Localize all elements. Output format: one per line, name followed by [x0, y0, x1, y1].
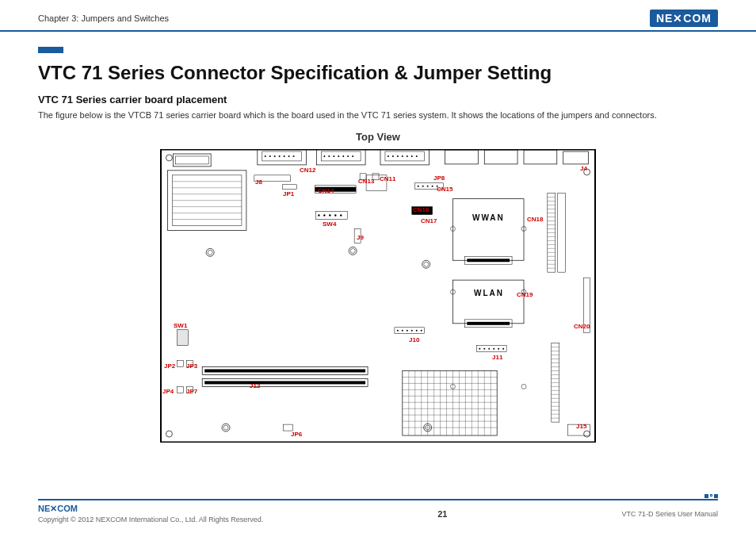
svg-point-69 [422, 186, 424, 187]
svg-point-36 [584, 431, 590, 437]
svg-point-132 [402, 330, 403, 332]
logo-top: NE✕COM [650, 10, 718, 27]
label-jp8: JP8 [433, 174, 445, 182]
svg-point-135 [416, 330, 418, 332]
svg-rect-108 [558, 194, 566, 272]
label-cn12: CN12 [300, 167, 315, 174]
svg-point-26 [402, 155, 403, 157]
subtitle: VTC 71 Series carrier board placement [38, 94, 718, 105]
svg-rect-84 [467, 259, 510, 262]
label-cn14: CN14 [318, 187, 334, 194]
svg-point-143 [502, 348, 504, 350]
svg-point-15 [328, 155, 330, 157]
svg-point-139 [483, 348, 485, 350]
page-footer: NE✕COM Copyright © 2012 NEXCOM Internati… [38, 499, 718, 523]
label-sw4: SW4 [323, 220, 336, 228]
svg-point-28 [411, 155, 413, 157]
label-cn20: CN20 [574, 323, 590, 330]
svg-point-20 [352, 155, 353, 157]
main-title: VTC 71 Series Connector Specification & … [38, 62, 718, 84]
svg-point-19 [347, 155, 349, 157]
svg-point-11 [293, 155, 295, 157]
svg-point-8 [279, 155, 281, 157]
svg-point-41 [350, 248, 355, 253]
svg-point-17 [338, 155, 339, 157]
svg-rect-21 [380, 150, 430, 165]
svg-point-44 [222, 424, 230, 431]
label-j8: J8 [255, 178, 262, 186]
svg-point-42 [422, 260, 430, 268]
svg-point-71 [432, 186, 433, 187]
svg-point-40 [349, 247, 357, 255]
board-diagram: CN12 J8 JP1 CN13 CN11 CN14 JP8 J4 CN15 C… [160, 149, 596, 443]
svg-point-10 [288, 155, 290, 157]
label-wwan: WWAN [472, 213, 505, 222]
svg-point-6 [269, 155, 271, 157]
label-cn16: CN16 [413, 206, 429, 213]
svg-point-14 [323, 155, 325, 157]
svg-point-25 [397, 155, 399, 157]
svg-rect-87 [467, 322, 510, 325]
svg-point-70 [427, 186, 429, 187]
label-jp4: JP4 [162, 388, 174, 395]
svg-rect-33 [563, 151, 589, 164]
label-cn11: CN11 [380, 175, 395, 182]
svg-point-27 [407, 155, 408, 157]
svg-point-49 [521, 384, 526, 389]
label-sw1: SW1 [174, 322, 187, 329]
label-jp7: JP7 [186, 388, 197, 395]
footer-right: VTC 71-D Series User Manual [621, 510, 718, 518]
svg-point-5 [265, 155, 266, 157]
svg-point-7 [274, 155, 276, 157]
svg-rect-180 [283, 185, 297, 190]
chapter-title: Chapter 3: Jumpers and Switches [38, 13, 169, 23]
svg-rect-137 [476, 346, 506, 352]
label-cn13: CN13 [358, 178, 374, 185]
svg-point-78 [329, 214, 330, 216]
svg-rect-148 [177, 386, 183, 393]
label-wlan: WLAN [474, 289, 504, 297]
svg-rect-13 [321, 151, 361, 161]
svg-rect-4 [262, 151, 302, 161]
svg-point-138 [479, 348, 480, 350]
main-content: VTC 71 Series Connector Specification & … [0, 32, 756, 443]
svg-rect-12 [316, 150, 365, 165]
svg-point-131 [397, 330, 399, 332]
svg-rect-22 [385, 151, 425, 161]
svg-point-9 [284, 155, 285, 157]
label-cn19: CN19 [517, 291, 533, 298]
svg-rect-151 [204, 369, 365, 372]
label-j11: J11 [492, 354, 502, 361]
svg-point-142 [498, 348, 499, 350]
label-jp2: JP2 [164, 362, 175, 370]
svg-point-80 [340, 214, 342, 216]
label-cn15: CN15 [437, 186, 452, 193]
svg-rect-2 [175, 156, 208, 164]
label-j4: J4 [580, 165, 587, 172]
label-j9: J9 [357, 234, 364, 241]
svg-point-79 [334, 214, 336, 216]
svg-rect-85 [452, 280, 524, 324]
svg-point-76 [318, 214, 319, 216]
label-j12: J12 [250, 382, 260, 389]
svg-rect-30 [445, 150, 479, 164]
label-jp3: JP3 [186, 362, 197, 370]
footer-copyright: Copyright © 2012 NEXCOM International Co… [38, 516, 263, 523]
logo-text: NE✕COM [650, 10, 718, 27]
svg-point-140 [488, 348, 490, 350]
svg-point-133 [407, 330, 408, 332]
svg-rect-75 [315, 212, 347, 220]
svg-point-16 [333, 155, 334, 157]
page-header: Chapter 3: Jumpers and Switches NE✕COM [0, 0, 756, 32]
svg-rect-154 [403, 370, 497, 435]
svg-rect-82 [452, 199, 524, 261]
svg-point-38 [206, 248, 214, 256]
footer-manual-name: VTC 71-D Series User Manual [621, 510, 718, 518]
svg-rect-146 [177, 361, 183, 367]
svg-point-136 [421, 330, 422, 332]
description: The figure below is the VTCB 71 series c… [38, 110, 718, 120]
svg-point-24 [392, 155, 394, 157]
label-j15: J15 [576, 423, 586, 430]
svg-rect-130 [395, 328, 425, 334]
svg-point-35 [166, 431, 172, 437]
